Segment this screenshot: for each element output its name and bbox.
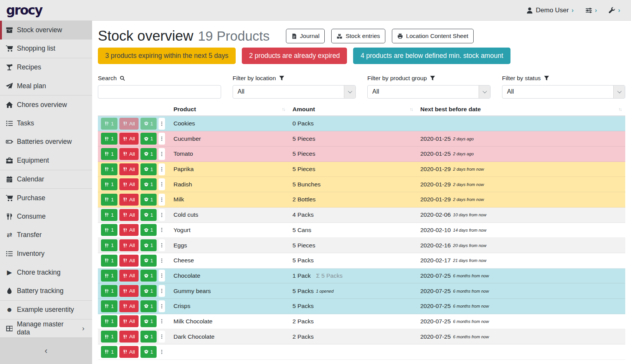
open-one-button[interactable]: 1 (140, 315, 157, 327)
consume-one-button[interactable]: 1 (101, 118, 117, 130)
sidebar-item-calendar[interactable]: Calendar (0, 170, 92, 189)
consume-one-button[interactable]: 1 (101, 300, 117, 312)
status-select[interactable]: All (502, 85, 625, 99)
consume-one-button[interactable]: 1 (101, 285, 117, 297)
banner-expiring[interactable]: 3 products expiring within the next 5 da… (98, 48, 236, 64)
open-one-button[interactable]: 1 (140, 224, 157, 236)
stock-entries-button[interactable]: Stock entries (331, 29, 385, 43)
consume-all-button[interactable]: All (119, 118, 139, 130)
consume-one-button[interactable]: 1 (101, 315, 117, 327)
admin-menu[interactable]: › (608, 7, 620, 14)
settings-menu[interactable]: › (585, 7, 597, 14)
open-one-button[interactable]: 1 (140, 163, 157, 175)
sidebar-item-batteries-overview[interactable]: Batteries overview (0, 133, 92, 152)
open-one-button[interactable]: 1 (140, 118, 157, 130)
row-menu-button[interactable] (159, 300, 165, 312)
sidebar-item-meal-plan[interactable]: Meal plan (0, 77, 92, 96)
sidebar-item-transfer[interactable]: ⇄Transfer (0, 226, 92, 245)
consume-all-button[interactable]: All (119, 285, 139, 297)
sidebar-item-tasks[interactable]: Tasks (0, 114, 92, 133)
open-one-button[interactable]: 1 (140, 194, 157, 206)
row-menu-button[interactable] (159, 270, 165, 282)
sidebar-collapse-button[interactable]: ‹ (0, 338, 92, 364)
row-menu-button[interactable] (159, 315, 165, 327)
consume-one-button[interactable]: 1 (101, 148, 117, 160)
open-one-button[interactable]: 1 (140, 133, 157, 145)
consume-all-button[interactable]: All (119, 163, 139, 175)
column-next-best-before-date[interactable]: Next best before date ↑↓ (416, 103, 625, 115)
banner-expired[interactable]: 2 products are already expired (242, 48, 347, 64)
location-select[interactable]: All (233, 85, 356, 99)
user-menu[interactable]: Demo User › (526, 7, 574, 14)
sort-icon[interactable]: ↑↓ (410, 107, 413, 112)
consume-one-button[interactable]: 1 (101, 163, 117, 175)
consume-one-button[interactable]: 1 (101, 239, 117, 251)
consume-all-button[interactable]: All (119, 224, 139, 236)
consume-all-button[interactable]: All (119, 255, 139, 267)
sidebar-item-chore-tracking[interactable]: ▶Chore tracking (0, 263, 92, 282)
consume-one-button[interactable]: 1 (101, 194, 117, 206)
open-one-button[interactable]: 1 (140, 300, 157, 312)
consume-all-button[interactable]: All (119, 194, 139, 206)
consume-all-button[interactable]: All (119, 315, 139, 327)
journal-button[interactable]: Journal (286, 29, 325, 43)
row-menu-button[interactable] (159, 285, 165, 297)
app-logo[interactable]: grocy (6, 3, 42, 18)
product-group-select[interactable]: All (367, 85, 491, 99)
open-one-button[interactable]: 1 (140, 209, 157, 221)
consume-one-button[interactable]: 1 (101, 255, 117, 267)
sidebar-item-inventory[interactable]: Inventory (0, 244, 92, 263)
row-menu-button[interactable] (159, 331, 165, 343)
consume-one-button[interactable]: 1 (101, 133, 117, 145)
sort-icon[interactable]: ↑↓ (619, 107, 622, 112)
sort-icon[interactable]: ↑↓ (282, 107, 285, 112)
row-menu-button[interactable] (159, 224, 165, 236)
consume-all-button[interactable]: All (119, 209, 139, 221)
sidebar-item-shopping-list[interactable]: Shopping list (0, 40, 92, 58)
row-menu-button[interactable] (159, 118, 165, 130)
sidebar-item-battery-tracking[interactable]: Battery tracking (0, 282, 92, 300)
row-menu-button[interactable] (159, 209, 165, 221)
consume-one-button[interactable]: 1 (101, 224, 117, 236)
sidebar-item-stock-overview[interactable]: Stock overview (0, 21, 92, 40)
row-menu-button[interactable] (159, 255, 165, 267)
row-menu-button[interactable] (159, 163, 165, 175)
consume-one-button[interactable]: 1 (101, 209, 117, 221)
consume-all-button[interactable]: All (119, 178, 139, 190)
banner-below-min-stock[interactable]: 4 products are below defined min. stock … (353, 48, 510, 64)
row-menu-button[interactable] (159, 148, 165, 160)
open-one-button[interactable]: 1 (140, 270, 157, 282)
consume-all-button[interactable]: All (119, 148, 139, 160)
open-one-button[interactable]: 1 (140, 148, 157, 160)
open-one-button[interactable]: 1 (140, 331, 157, 343)
consume-one-button[interactable]: 1 (101, 178, 117, 190)
sidebar-item-equipment[interactable]: Equipment (0, 151, 92, 170)
open-one-button[interactable]: 1 (140, 346, 157, 358)
consume-all-button[interactable]: All (119, 300, 139, 312)
open-one-button[interactable]: 1 (140, 178, 157, 190)
column-product[interactable]: Product ↑↓ (170, 103, 289, 115)
sidebar-item-chores-overview[interactable]: Chores overview (0, 95, 92, 114)
open-one-button[interactable]: 1 (140, 285, 157, 297)
sidebar-item-consume[interactable]: Consume (0, 207, 92, 226)
sidebar-item-purchase[interactable]: Purchase (0, 188, 92, 207)
sidebar-item-manage-master-data[interactable]: Manage master data› (0, 319, 92, 338)
consume-one-button[interactable]: 1 (101, 346, 117, 358)
row-menu-button[interactable] (159, 346, 165, 358)
location-content-sheet-button[interactable]: Location Content Sheet (392, 29, 474, 43)
row-menu-button[interactable] (159, 194, 165, 206)
search-input[interactable] (98, 85, 221, 99)
consume-all-button[interactable]: All (119, 239, 139, 251)
row-menu-button[interactable] (159, 178, 165, 190)
sidebar-item-recipes[interactable]: Recipes (0, 58, 92, 77)
consume-all-button[interactable]: All (119, 133, 139, 145)
row-menu-button[interactable] (159, 133, 165, 145)
open-one-button[interactable]: 1 (140, 255, 157, 267)
consume-all-button[interactable]: All (119, 270, 139, 282)
column-amount[interactable]: Amount ↑↓ (289, 103, 416, 115)
consume-one-button[interactable]: 1 (101, 270, 117, 282)
sidebar-item-example-userentity[interactable]: ☻Example userentity (0, 300, 92, 319)
consume-all-button[interactable]: All (119, 331, 139, 343)
row-menu-button[interactable] (159, 239, 165, 251)
open-one-button[interactable]: 1 (140, 239, 157, 251)
